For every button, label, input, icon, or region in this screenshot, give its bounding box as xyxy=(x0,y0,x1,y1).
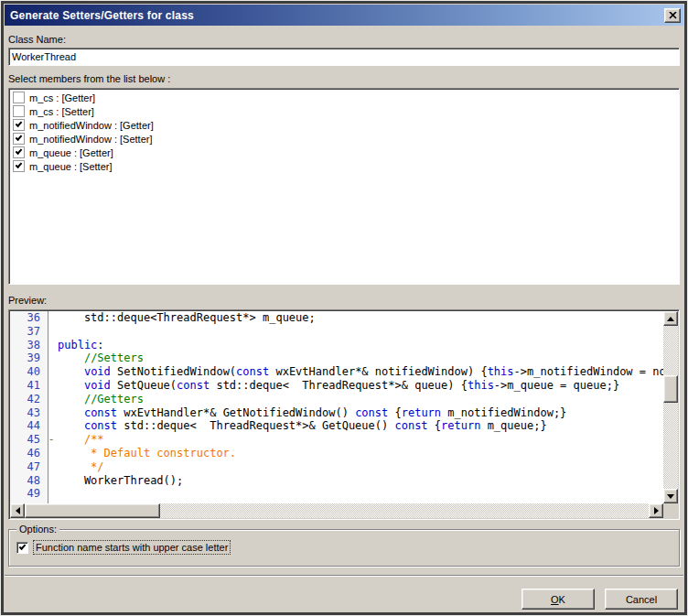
fold-marker[interactable] xyxy=(45,406,58,420)
fold-marker[interactable] xyxy=(45,325,58,339)
check-icon xyxy=(16,120,23,127)
line-number: 48 xyxy=(10,474,45,488)
members-list[interactable]: m_cs : [Getter] m_cs : [Setter] m_notifi… xyxy=(8,88,680,285)
cancel-button[interactable]: Cancel xyxy=(605,589,678,610)
scroll-right-button[interactable] xyxy=(649,503,663,518)
member-row[interactable]: m_cs : [Getter] xyxy=(10,91,678,104)
member-checkbox[interactable] xyxy=(13,146,25,158)
code-text: const wxEvtHandler*& GetNotifiedWindow()… xyxy=(58,406,566,420)
line-number: 42 xyxy=(10,393,45,406)
fold-marker[interactable] xyxy=(45,419,58,433)
scroll-down-button[interactable] xyxy=(663,489,678,503)
code-text: //Getters xyxy=(58,393,144,406)
code-line: 37 xyxy=(10,325,663,339)
code-line: 38 public: xyxy=(10,339,663,352)
window-title: Generate Setters/Getters for class xyxy=(10,9,664,22)
divider xyxy=(5,575,683,577)
member-label: m_cs : [Getter] xyxy=(29,92,95,103)
fold-marker[interactable] xyxy=(45,460,58,474)
line-number: 39 xyxy=(10,351,45,365)
options-group-label: Options: xyxy=(16,524,59,535)
member-checkbox[interactable] xyxy=(13,160,25,172)
close-button[interactable] xyxy=(664,8,681,23)
fold-marker[interactable] xyxy=(45,487,58,501)
code-text: * Default constructor. xyxy=(58,447,236,460)
member-label: m_queue : [Getter] xyxy=(29,147,113,158)
member-row[interactable]: m_queue : [Setter] xyxy=(10,159,678,173)
code-text: std::deque<ThreadRequest*> m_queue; xyxy=(58,311,316,325)
line-number: 40 xyxy=(10,365,45,379)
code-text: //Setters xyxy=(58,351,144,365)
code-line: 39 //Setters xyxy=(10,351,663,365)
code-preview-editor: 36 std::deque<ThreadRequest*> m_queue; 3… xyxy=(8,309,680,520)
preview-label: Preview: xyxy=(8,295,680,306)
code-line: 36 std::deque<ThreadRequest*> m_queue; xyxy=(10,311,663,325)
line-number: 43 xyxy=(10,406,45,420)
check-icon xyxy=(16,134,23,141)
arrow-right-icon xyxy=(654,507,659,514)
horizontal-scrollbar[interactable] xyxy=(10,503,663,518)
fold-marker[interactable] xyxy=(45,379,58,393)
arrow-left-icon xyxy=(16,507,20,514)
dialog-window: Generate Setters/Getters for class Class… xyxy=(0,0,688,616)
code-line: 41 void SetQueue(const std::deque< Threa… xyxy=(10,379,663,393)
fold-marker[interactable] xyxy=(45,447,58,460)
check-icon xyxy=(16,161,23,168)
code-text: WorkerThread(); xyxy=(58,474,183,488)
class-name-label: Class Name: xyxy=(8,34,680,45)
scrollbar-corner xyxy=(663,503,678,518)
close-icon xyxy=(669,12,677,19)
line-number: 44 xyxy=(10,419,45,433)
member-label: m_notifiedWindow : [Getter] xyxy=(29,120,154,131)
ok-button[interactable]: OK xyxy=(521,589,595,610)
class-name-input[interactable] xyxy=(8,48,680,66)
options-group: Options: Function name starts with upper… xyxy=(8,529,680,567)
horizontal-scroll-thumb[interactable] xyxy=(25,503,160,518)
member-row[interactable]: m_notifiedWindow : [Setter] xyxy=(10,132,678,146)
fold-marker[interactable] xyxy=(45,393,58,406)
check-icon xyxy=(19,543,27,550)
code-line: 40 void SetNotifiedWindow(const wxEvtHan… xyxy=(10,365,663,379)
member-checkbox[interactable] xyxy=(13,119,25,131)
member-checkbox[interactable] xyxy=(13,105,25,117)
code-text: /** xyxy=(58,433,104,447)
code-line: 44 const std::deque< ThreadRequest*>& Ge… xyxy=(10,419,663,433)
code-area[interactable]: 36 std::deque<ThreadRequest*> m_queue; 3… xyxy=(10,311,663,503)
fold-marker[interactable] xyxy=(45,351,58,365)
members-label: Select members from the list below : xyxy=(8,73,680,84)
uppercase-checkbox[interactable] xyxy=(16,542,28,554)
member-label: m_notifiedWindow : [Setter] xyxy=(29,134,153,145)
code-text: const std::deque< ThreadRequest*>& GetQu… xyxy=(58,419,547,433)
fold-marker[interactable] xyxy=(45,339,58,352)
uppercase-option-row[interactable]: Function name starts with upper case let… xyxy=(16,541,672,554)
line-number: 45 xyxy=(10,433,45,447)
fold-marker[interactable] xyxy=(45,311,58,325)
uppercase-checkbox-label: Function name starts with upper case let… xyxy=(34,541,230,554)
member-checkbox[interactable] xyxy=(13,133,25,145)
code-line: 49 xyxy=(10,487,663,501)
member-row[interactable]: m_notifiedWindow : [Getter] xyxy=(10,118,678,132)
vertical-scroll-thumb[interactable] xyxy=(663,375,678,403)
member-label: m_queue : [Setter] xyxy=(29,161,113,172)
line-number: 46 xyxy=(10,447,45,460)
scroll-up-button[interactable] xyxy=(663,311,678,326)
dialog-body: Class Name: Select members from the list… xyxy=(5,34,683,610)
ok-button-label: OK xyxy=(551,594,565,605)
line-number: 38 xyxy=(10,339,45,352)
fold-marker[interactable]: - xyxy=(45,433,58,447)
line-number: 37 xyxy=(10,325,45,339)
fold-marker[interactable] xyxy=(45,365,58,379)
code-text: public: xyxy=(58,339,104,352)
titlebar[interactable]: Generate Setters/Getters for class xyxy=(5,5,683,26)
member-label: m_cs : [Setter] xyxy=(29,106,94,117)
button-row: OK Cancel xyxy=(8,589,680,610)
fold-marker[interactable] xyxy=(45,474,58,488)
member-checkbox[interactable] xyxy=(13,92,25,103)
member-row[interactable]: m_queue : [Getter] xyxy=(10,146,678,159)
vertical-scrollbar[interactable] xyxy=(663,311,678,503)
check-icon xyxy=(16,147,23,155)
scroll-left-button[interactable] xyxy=(10,503,25,518)
arrow-up-icon xyxy=(667,317,674,321)
member-row[interactable]: m_cs : [Setter] xyxy=(10,104,678,118)
code-line: 46 * Default constructor. xyxy=(10,447,663,460)
